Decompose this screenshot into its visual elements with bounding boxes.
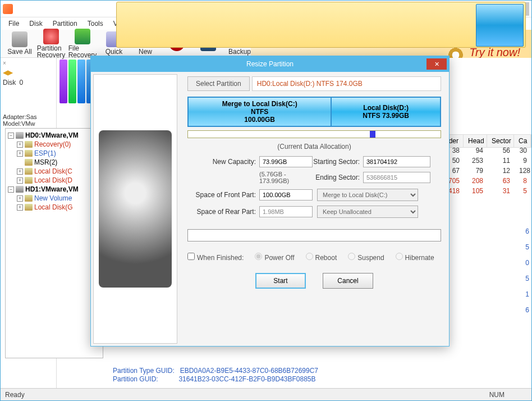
save-icon <box>12 31 27 47</box>
rear-part-input <box>259 206 313 217</box>
rear-part-select[interactable]: Keep Unallocated <box>317 206 418 218</box>
adapter-label: Adapter:Sas <box>3 113 54 120</box>
select-partition-button[interactable]: Select Partition <box>187 76 250 91</box>
nav-arrows[interactable]: ◀▶ <box>3 69 54 76</box>
harddisk-illustration <box>99 130 172 288</box>
disk-bar <box>77 60 85 103</box>
box-icon <box>75 29 90 44</box>
menu-file[interactable]: File <box>4 19 24 29</box>
partition-guid-label: Partition GUID: <box>113 375 158 383</box>
disk-label: Disk <box>3 79 16 86</box>
start-button[interactable]: Start <box>255 273 306 289</box>
current-allocation-label: (Current Data Allocation) <box>187 143 441 151</box>
tree-local-g[interactable]: +Local Disk(G <box>8 203 100 212</box>
partition-type-guid-value: EBD0A0A2-B9E5-4433-87C0-68B6B72699C7 <box>180 367 318 375</box>
power-off-radio[interactable]: Power Off <box>255 253 294 262</box>
disk-map-preview[interactable] <box>116 2 526 48</box>
front-part-label: Space of Front Part: <box>187 191 259 199</box>
hibernate-radio[interactable]: Hibernate <box>396 253 434 262</box>
tree-msr[interactable]: MSR(2) <box>8 158 100 167</box>
dialog-image <box>93 74 177 344</box>
disk-tree[interactable]: −HD0:VMware,VM +Recovery(0) +ESP(1) MSR(… <box>5 128 103 358</box>
disk-number: 0 <box>19 79 23 86</box>
status-bar: Ready NUM <box>1 388 531 400</box>
dialog-main: Select Partition HD0:Local Disk(D:) NTFS… <box>180 72 449 346</box>
selected-partition-path: HD0:Local Disk(D:) NTFS 174.0GB <box>252 76 441 91</box>
partition-preview[interactable]: Merge to Local Disk(C:) NTFS 100.00GB Lo… <box>187 97 441 127</box>
ending-sector-input <box>363 172 430 183</box>
ending-sector-label: Ending Sector: <box>313 174 363 181</box>
table-row[interactable]: 418105315 <box>441 186 531 196</box>
when-finished-row: When Finished: Power Off Reboot Suspend … <box>187 253 441 262</box>
tree-hd1[interactable]: −HD1:VMware,VM <box>8 185 100 194</box>
dialog-close-button[interactable]: ✕ <box>426 58 447 70</box>
resize-partition-dialog: Resize Partition ✕ Select Partition HD0:… <box>90 56 450 347</box>
table-row[interactable]: 50253119 <box>441 156 531 166</box>
rear-part-label: Space of Rear Part: <box>187 208 259 216</box>
table-row[interactable]: 677912128 <box>441 166 531 176</box>
reboot-radio[interactable]: Reboot <box>306 253 337 262</box>
partition-type-guid-label: Partition Type GUID: <box>113 367 175 375</box>
disk-map-segment[interactable] <box>476 4 524 47</box>
when-finished-checkbox[interactable]: When Finished: <box>187 253 244 262</box>
tree-local-d[interactable]: +Local Disk(D <box>8 176 100 185</box>
partition-recovery-button[interactable]: Partition Recovery <box>35 28 67 60</box>
tree-recovery[interactable]: +Recovery(0) <box>8 140 100 149</box>
banner-try-text: Try it now! <box>469 46 520 58</box>
info-numbers: 650516 <box>525 220 529 322</box>
file-recovery-button[interactable]: File Recovery <box>67 28 98 60</box>
front-part-select[interactable]: Merge to Local Disk(C:) <box>317 189 418 201</box>
close-panel-icon[interactable]: × <box>3 60 54 66</box>
new-capacity-input[interactable] <box>259 156 313 167</box>
gear-icon <box>447 47 464 58</box>
suspend-radio[interactable]: Suspend <box>348 253 384 262</box>
magnifier-icon <box>43 29 59 44</box>
status-num: NUM <box>489 391 505 399</box>
status-text: Ready <box>5 391 25 399</box>
capacity-range: (5.76GB - 173.99GB) <box>259 171 313 184</box>
starting-sector-label: Starting Sector: <box>313 158 363 166</box>
model-label: Model:VMw <box>3 120 54 127</box>
tree-new-volume[interactable]: +New Volume <box>8 194 100 203</box>
disk-bar <box>59 60 67 103</box>
app-icon <box>3 4 13 14</box>
progress-bar <box>187 229 441 241</box>
partition-guid-value: 31641B23-03CC-412F-B2F0-B9D43BF0885B <box>178 375 315 383</box>
allocation-slider[interactable] <box>187 130 441 138</box>
new-capacity-label: New Capacity: <box>187 158 259 166</box>
save-all-button[interactable]: Save All <box>4 30 35 57</box>
slider-handle[interactable] <box>370 131 375 138</box>
front-part-input[interactable] <box>259 189 313 200</box>
guid-info: Partition Type GUID: EBD0A0A2-B9E5-4433-… <box>113 366 318 384</box>
cancel-button[interactable]: Cancel <box>323 273 373 289</box>
starting-sector-input[interactable] <box>363 156 430 167</box>
tree-esp[interactable]: +ESP(1) <box>8 149 100 158</box>
dialog-title-text: Resize Partition <box>246 60 293 68</box>
dialog-titlebar[interactable]: Resize Partition ✕ <box>91 56 449 72</box>
disk-bar-chart[interactable] <box>59 60 94 103</box>
table-row[interactable]: 38945630 <box>441 145 531 156</box>
tree-local-c[interactable]: +Local Disk(C <box>8 167 100 176</box>
table-row[interactable]: 705208638 <box>441 176 531 186</box>
tree-hd0[interactable]: −HD0:VMware,VM <box>8 131 100 140</box>
partition-local-segment[interactable]: Local Disk(D:) NTFS 73.99GB <box>332 98 440 126</box>
disk-bar <box>68 60 76 103</box>
partition-table-rows: 3894563050253119677912128705208638418105… <box>441 145 531 196</box>
partition-merge-segment[interactable]: Merge to Local Disk(C:) NTFS 100.00GB <box>189 98 332 126</box>
